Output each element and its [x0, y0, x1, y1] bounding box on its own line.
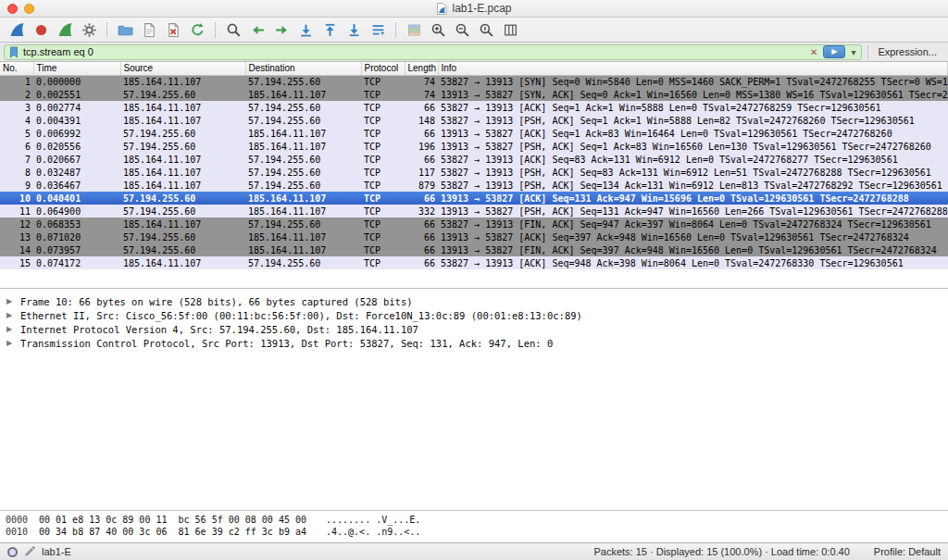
- stop-capture-button[interactable]: [29, 19, 53, 41]
- column-header-no[interactable]: No.: [0, 62, 33, 75]
- expert-info-icon[interactable]: [7, 547, 18, 557]
- packet-row[interactable]: 9 0.036467 185.164.11.107 57.194.255.60 …: [0, 179, 948, 192]
- packet-row[interactable]: 10 0.040401 57.194.255.60 185.164.11.107…: [0, 192, 948, 205]
- packet-row[interactable]: 7 0.020667 185.164.11.107 57.194.255.60 …: [0, 153, 948, 166]
- packet-length: 66: [405, 192, 438, 205]
- minimize-window-button[interactable]: [24, 4, 34, 14]
- column-header-destination[interactable]: Destination: [245, 62, 361, 75]
- packet-source: 185.164.11.107: [120, 179, 245, 192]
- go-forward-button[interactable]: [269, 19, 293, 41]
- packet-length: 66: [405, 218, 438, 230]
- packet-row[interactable]: 3 0.002774 185.164.11.107 57.194.255.60 …: [0, 101, 948, 114]
- packet-length: 196: [405, 140, 438, 153]
- apply-arrow-icon: [831, 48, 837, 56]
- close-file-icon: [166, 22, 181, 38]
- close-file-button[interactable]: [161, 19, 185, 41]
- display-filter-input[interactable]: [23, 46, 805, 57]
- zoom-reset-button[interactable]: [474, 19, 498, 41]
- expand-arrow-icon[interactable]: [6, 339, 15, 347]
- expression-button[interactable]: Expression...: [867, 45, 944, 59]
- packet-time: 0.068353: [33, 218, 120, 230]
- resize-columns-button[interactable]: [498, 19, 522, 41]
- packet-row[interactable]: 15 0.074172 185.164.11.107 57.194.255.60…: [0, 256, 948, 269]
- capture-options-button[interactable]: [77, 19, 101, 41]
- packet-no: 3: [0, 101, 33, 114]
- detail-row[interactable]: Transmission Control Protocol, Src Port:…: [0, 336, 948, 350]
- auto-scroll-icon: [370, 22, 386, 38]
- hex-bytes: 00 01 e8 13 0c 89 00 11 bc 56 5f 00 08 0…: [39, 514, 326, 526]
- packet-source: 57.194.255.60: [120, 243, 245, 256]
- column-header-length[interactable]: Length: [405, 62, 438, 75]
- packet-row[interactable]: 1 0.000000 185.164.11.107 57.194.255.60 …: [0, 75, 948, 88]
- packet-row[interactable]: 11 0.064900 57.194.255.60 185.164.11.107…: [0, 205, 948, 218]
- zoom-out-icon: [455, 22, 470, 38]
- find-packet-button[interactable]: [221, 19, 245, 41]
- profile-selector[interactable]: Profile: Default: [874, 546, 941, 557]
- packet-row[interactable]: 12 0.068353 185.164.11.107 57.194.255.60…: [0, 218, 948, 230]
- packet-time: 0.006992: [33, 127, 120, 140]
- arrow-left-icon: [250, 22, 266, 38]
- column-header-row: No. Time Source Destination Protocol Len…: [0, 62, 948, 75]
- expand-arrow-icon[interactable]: [6, 325, 15, 333]
- capture-file-name: lab1-E: [42, 546, 71, 557]
- packet-bytes-pane: 0000 00 01 e8 13 0c 89 00 11 bc 56 5f 00…: [0, 511, 948, 542]
- column-header-info[interactable]: Info: [438, 62, 948, 75]
- close-window-button[interactable]: [7, 4, 18, 14]
- detail-text: Internet Protocol Version 4, Src: 57.194…: [20, 324, 418, 335]
- window-title: lab1-E.pcap: [452, 2, 511, 15]
- open-file-button[interactable]: [113, 19, 137, 41]
- packet-info: 13913 → 53827 [ACK] Seq=1 Ack=83 Win=164…: [438, 127, 948, 140]
- packet-row[interactable]: 14 0.073957 57.194.255.60 185.164.11.107…: [0, 243, 948, 256]
- detail-row[interactable]: Ethernet II, Src: Cisco_56:5f:00 (00:11:…: [0, 308, 948, 322]
- packet-info: 53827 → 13913 [FIN, ACK] Seq=947 Ack=397…: [438, 218, 948, 230]
- capture-comment-icon[interactable]: [24, 546, 35, 557]
- restart-capture-button[interactable]: [53, 19, 77, 41]
- packet-source: 57.194.255.60: [120, 205, 245, 218]
- packet-protocol: TCP: [361, 166, 405, 179]
- packet-row[interactable]: 13 0.071020 57.194.255.60 185.164.11.107…: [0, 230, 948, 243]
- expand-arrow-icon[interactable]: [6, 297, 15, 305]
- column-header-protocol[interactable]: Protocol: [361, 62, 405, 75]
- packet-row[interactable]: 2 0.002551 57.194.255.60 185.164.11.107 …: [0, 88, 948, 101]
- save-file-button[interactable]: [137, 19, 161, 41]
- colorize-button[interactable]: [402, 19, 426, 41]
- reload-file-button[interactable]: [185, 19, 209, 41]
- zoom-in-button[interactable]: [426, 19, 450, 41]
- packet-time: 0.036467: [33, 179, 120, 192]
- packet-row[interactable]: 5 0.006992 57.194.255.60 185.164.11.107 …: [0, 127, 948, 140]
- packet-info: 53827 → 13913 [ACK] Seq=83 Ack=131 Win=6…: [438, 153, 948, 166]
- pcap-document-icon: [436, 3, 447, 15]
- column-header-source[interactable]: Source: [120, 62, 245, 75]
- go-first-button[interactable]: [318, 19, 342, 41]
- folder-icon: [118, 22, 133, 38]
- column-header-time[interactable]: Time: [33, 62, 120, 75]
- packet-length: 879: [405, 179, 438, 192]
- expand-arrow-icon[interactable]: [6, 311, 15, 319]
- packet-row[interactable]: 4 0.004391 185.164.11.107 57.194.255.60 …: [0, 114, 948, 127]
- hex-line[interactable]: 0010 00 34 b8 87 40 00 3c 06 81 6e 39 c2…: [6, 526, 948, 538]
- zoom-out-button[interactable]: [450, 19, 474, 41]
- go-back-button[interactable]: [245, 19, 269, 41]
- go-to-packet-button[interactable]: [293, 19, 318, 41]
- detail-row[interactable]: Frame 10: 66 bytes on wire (528 bits), 6…: [0, 294, 948, 308]
- start-capture-button[interactable]: [5, 19, 29, 41]
- apply-filter-button[interactable]: [823, 45, 845, 58]
- packet-destination: 57.194.255.60: [245, 256, 361, 269]
- filter-dropdown-icon[interactable]: [849, 47, 857, 57]
- packet-protocol: TCP: [361, 153, 405, 166]
- packet-time: 0.071020: [33, 230, 120, 243]
- go-last-button[interactable]: [342, 19, 366, 41]
- packet-length: 74: [405, 75, 438, 88]
- packet-row[interactable]: 8 0.032487 185.164.11.107 57.194.255.60 …: [0, 166, 948, 179]
- auto-scroll-button[interactable]: [366, 19, 390, 41]
- packet-row[interactable]: 6 0.020556 57.194.255.60 185.164.11.107 …: [0, 140, 948, 153]
- packet-time: 0.004391: [33, 114, 120, 127]
- detail-row[interactable]: Internet Protocol Version 4, Src: 57.194…: [0, 322, 948, 336]
- zoom-in-icon: [430, 22, 446, 38]
- display-filter-field[interactable]: [4, 44, 862, 60]
- window-title-group: lab1-E.pcap: [436, 2, 511, 15]
- hex-line[interactable]: 0000 00 01 e8 13 0c 89 00 11 bc 56 5f 00…: [6, 514, 948, 526]
- packet-source: 57.194.255.60: [120, 230, 245, 243]
- clear-filter-icon[interactable]: [808, 47, 819, 57]
- filter-bookmark-icon[interactable]: [8, 46, 19, 58]
